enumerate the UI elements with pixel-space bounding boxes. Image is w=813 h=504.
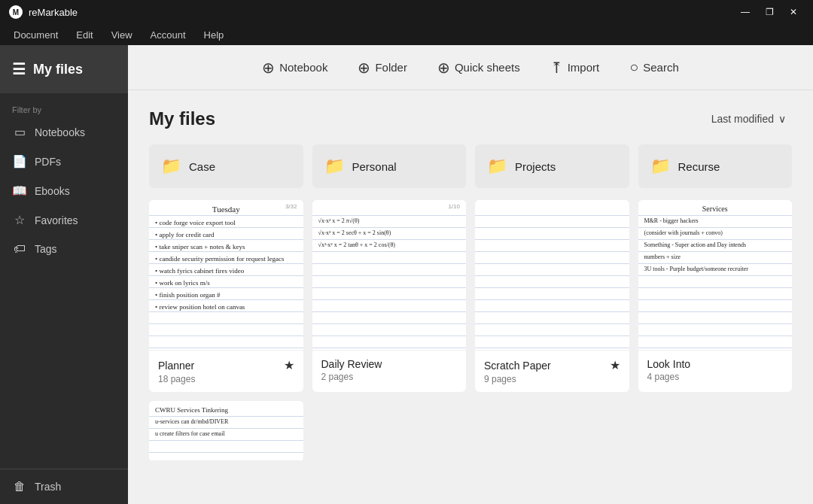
maximize-button[interactable]: ❐ bbox=[759, 4, 780, 20]
notebook-icon: ▭ bbox=[12, 125, 27, 139]
new-quicksheets-button[interactable]: ⊕ Quick sheets bbox=[425, 53, 532, 83]
sidebar: ☰ My files Filter by ▭ Notebooks 📄 PDFs … bbox=[0, 45, 128, 504]
page-title: My files bbox=[149, 108, 215, 129]
menu-edit[interactable]: Edit bbox=[69, 26, 100, 44]
files-grid: 3/32 Tuesday • code forge voice export t… bbox=[149, 200, 792, 392]
planner-name: Planner bbox=[158, 360, 194, 372]
filter-label: Filter by bbox=[0, 99, 128, 117]
app-logo: M bbox=[9, 5, 23, 19]
folder-icon: 📁 bbox=[161, 156, 181, 176]
menu-account[interactable]: Account bbox=[143, 26, 193, 44]
daily-review-name: Daily Review bbox=[321, 358, 382, 370]
scratch-paper-name: Scratch Paper bbox=[484, 360, 551, 372]
import-btn-label: Import bbox=[568, 61, 600, 74]
cwru-preview: CWRU Services Tinkering u-services can d… bbox=[149, 401, 303, 461]
folder-icon: 📁 bbox=[487, 156, 507, 176]
sidebar-item-favorites[interactable]: ☆ Favorites bbox=[0, 205, 128, 235]
trash-label: Trash bbox=[35, 481, 61, 493]
file-look-into[interactable]: Services M&R - bigger hackers (consider … bbox=[638, 200, 793, 392]
close-button[interactable]: ✕ bbox=[783, 4, 804, 20]
planner-text: Tuesday • code forge voice export tool •… bbox=[149, 200, 303, 350]
file-planner[interactable]: 3/32 Tuesday • code forge voice export t… bbox=[149, 200, 303, 392]
scratch-paper-preview bbox=[475, 200, 629, 351]
cwru-notebook: CWRU Services Tinkering u-services can d… bbox=[149, 401, 303, 460]
folder-projects[interactable]: 📁 Projects bbox=[475, 144, 629, 188]
folder-name-projects: Projects bbox=[515, 160, 556, 173]
look-into-pages: 4 pages bbox=[647, 372, 784, 382]
ebooks-label: Ebooks bbox=[35, 185, 70, 197]
sidebar-item-tags[interactable]: 🏷 Tags bbox=[0, 235, 128, 263]
quicksheets-btn-label: Quick sheets bbox=[455, 61, 520, 74]
main-area: ⊕ Notebook ⊕ Folder ⊕ Quick sheets ⤒ Imp… bbox=[128, 45, 813, 504]
daily-review-text: √x·x² x = 2 π√(θ) √x·x² x = 2 secθ + x =… bbox=[312, 200, 467, 350]
folder-btn-label: Folder bbox=[375, 61, 407, 74]
favorites-label: Favorites bbox=[35, 214, 78, 226]
look-into-info: Look Into 4 pages bbox=[638, 351, 793, 390]
scratch-paper-info: Scratch Paper ★ 9 pages bbox=[475, 351, 629, 392]
look-into-name: Look Into bbox=[647, 358, 691, 370]
import-icon: ⤒ bbox=[550, 59, 563, 77]
tags-icon: 🏷 bbox=[12, 242, 27, 256]
search-button[interactable]: ○ Search bbox=[617, 53, 691, 82]
cwru-text: CWRU Services Tinkering u-services can d… bbox=[149, 401, 303, 460]
scratch-paper-star-icon[interactable]: ★ bbox=[610, 358, 620, 372]
app-layout: ☰ My files Filter by ▭ Notebooks 📄 PDFs … bbox=[0, 45, 813, 504]
window-controls: — ❐ ✕ bbox=[735, 4, 804, 20]
sidebar-item-notebooks[interactable]: ▭ Notebooks bbox=[0, 117, 128, 147]
search-icon: ○ bbox=[629, 59, 638, 76]
folder-personal[interactable]: 📁 Personal bbox=[312, 144, 467, 188]
folder-name-case: Case bbox=[189, 160, 215, 173]
titlebar-left: M reMarkable bbox=[9, 5, 78, 19]
content-area: My files Last modified ∨ 📁 Case 📁 Person… bbox=[128, 90, 813, 504]
sort-label: Last modified bbox=[711, 113, 774, 125]
daily-review-info: Daily Review 2 pages bbox=[312, 351, 467, 390]
menubar: Document Edit View Account Help bbox=[0, 24, 813, 45]
folder-icon: 📁 bbox=[650, 156, 671, 176]
folder-case[interactable]: 📁 Case bbox=[149, 144, 303, 188]
ebook-icon: 📖 bbox=[12, 184, 27, 198]
menu-help[interactable]: Help bbox=[196, 26, 232, 44]
sidebar-item-pdfs[interactable]: 📄 PDFs bbox=[0, 147, 128, 176]
planner-star-icon[interactable]: ★ bbox=[284, 358, 294, 372]
sidebar-trash[interactable]: 🗑 Trash bbox=[0, 469, 128, 504]
planner-name-row: Planner ★ bbox=[158, 358, 294, 372]
scratch-paper-name-row: Scratch Paper ★ bbox=[484, 358, 620, 372]
folder-name-personal: Personal bbox=[352, 160, 397, 173]
pdf-icon: 📄 bbox=[12, 154, 27, 169]
folders-grid: 📁 Case 📁 Personal 📁 Projects 📁 Recurse bbox=[149, 144, 792, 188]
files-grid-row2: CWRU Services Tinkering u-services can d… bbox=[149, 401, 792, 461]
minimize-button[interactable]: — bbox=[735, 4, 756, 20]
menu-view[interactable]: View bbox=[104, 26, 140, 44]
folder-recurse[interactable]: 📁 Recurse bbox=[638, 144, 793, 188]
planner-notebook: 3/32 Tuesday • code forge voice export t… bbox=[149, 200, 303, 350]
look-into-name-row: Look Into bbox=[647, 358, 784, 370]
notebooks-label: Notebooks bbox=[35, 126, 85, 138]
toolbar: ⊕ Notebook ⊕ Folder ⊕ Quick sheets ⤒ Imp… bbox=[128, 45, 813, 90]
pdfs-label: PDFs bbox=[35, 156, 61, 168]
look-into-text: Services M&R - bigger hackers (consider … bbox=[638, 200, 793, 350]
daily-review-name-row: Daily Review bbox=[321, 358, 458, 370]
daily-review-preview: 1/10 √x·x² x = 2 π√(θ) √x·x² x = 2 secθ … bbox=[312, 200, 467, 351]
titlebar: M reMarkable — ❐ ✕ bbox=[0, 0, 813, 24]
folder-name-recurse: Recurse bbox=[678, 160, 720, 173]
import-button[interactable]: ⤒ Import bbox=[538, 53, 612, 83]
sidebar-myfiles[interactable]: ☰ My files bbox=[0, 45, 128, 93]
file-cwru[interactable]: CWRU Services Tinkering u-services can d… bbox=[149, 401, 303, 461]
add-folder-icon: ⊕ bbox=[358, 59, 370, 77]
sort-chevron-icon: ∨ bbox=[778, 113, 786, 125]
new-folder-button[interactable]: ⊕ Folder bbox=[346, 53, 419, 83]
planner-info: Planner ★ 18 pages bbox=[149, 351, 303, 392]
sidebar-item-ebooks[interactable]: 📖 Ebooks bbox=[0, 176, 128, 205]
notebook-btn-label: Notebook bbox=[279, 61, 327, 74]
file-scratch-paper[interactable]: Scratch Paper ★ 9 pages bbox=[475, 200, 629, 392]
look-into-preview: Services M&R - bigger hackers (consider … bbox=[638, 200, 793, 351]
look-into-notebook: Services M&R - bigger hackers (consider … bbox=[638, 200, 793, 350]
file-daily-review[interactable]: 1/10 √x·x² x = 2 π√(θ) √x·x² x = 2 secθ … bbox=[312, 200, 467, 392]
sort-button[interactable]: Last modified ∨ bbox=[705, 110, 792, 128]
menu-document[interactable]: Document bbox=[6, 26, 65, 44]
myfiles-icon: ☰ bbox=[12, 60, 26, 78]
daily-review-notebook: 1/10 √x·x² x = 2 π√(θ) √x·x² x = 2 secθ … bbox=[312, 200, 467, 350]
new-notebook-button[interactable]: ⊕ Notebook bbox=[250, 53, 340, 83]
favorites-icon: ☆ bbox=[12, 213, 27, 227]
add-notebook-icon: ⊕ bbox=[262, 59, 275, 77]
